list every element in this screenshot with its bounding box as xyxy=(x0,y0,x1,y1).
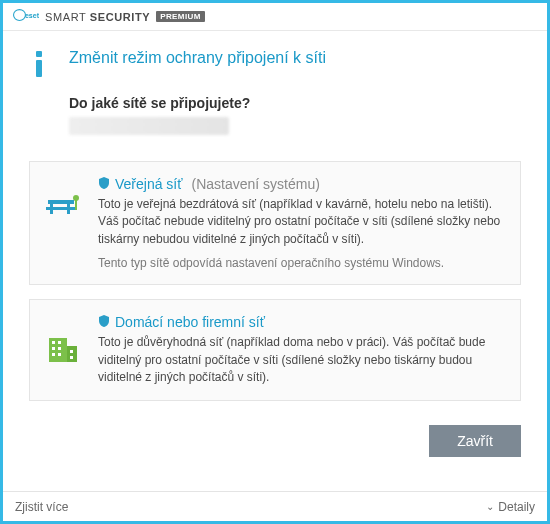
details-label: Detaily xyxy=(498,500,535,514)
option-public-title: Veřejná síť xyxy=(115,176,183,192)
question-heading: Do jaké sítě se připojujete? xyxy=(69,95,521,111)
bench-icon xyxy=(44,176,84,270)
svg-text:eset: eset xyxy=(25,11,39,18)
option-home-desc: Toto je důvěryhodná síť (například doma … xyxy=(98,334,502,386)
svg-rect-2 xyxy=(36,51,42,57)
brand-text: SMART SECURITY xyxy=(45,11,150,23)
svg-rect-17 xyxy=(58,353,61,356)
svg-rect-7 xyxy=(46,207,76,210)
option-public-note: Tento typ sítě odpovídá nastavení operač… xyxy=(98,256,502,270)
svg-rect-19 xyxy=(70,356,73,359)
network-name-redacted xyxy=(69,117,229,135)
svg-rect-15 xyxy=(58,347,61,350)
option-public-subtitle: (Nastavení systému) xyxy=(192,176,320,192)
page-title: Změnit režim ochrany připojení k síti xyxy=(69,49,326,67)
svg-rect-16 xyxy=(52,353,55,356)
svg-rect-12 xyxy=(52,341,55,344)
option-home-title: Domácí nebo firemní síť xyxy=(115,314,265,330)
details-toggle[interactable]: ⌄ Detaily xyxy=(486,500,535,514)
svg-rect-3 xyxy=(36,60,42,77)
option-home-network[interactable]: Domácí nebo firemní síť Toto je důvěryho… xyxy=(29,299,521,401)
info-icon xyxy=(29,49,51,81)
svg-rect-9 xyxy=(75,200,77,210)
svg-rect-14 xyxy=(52,347,55,350)
chevron-down-icon: ⌄ xyxy=(486,501,494,512)
brand-logo: eset xyxy=(13,8,39,26)
option-public-network[interactable]: Veřejná síť (Nastavení systému) Toto je … xyxy=(29,161,521,285)
brand-header: eset SMART SECURITY PREMIUM xyxy=(3,3,547,31)
svg-rect-13 xyxy=(58,341,61,344)
shield-icon xyxy=(98,176,110,192)
building-icon xyxy=(44,314,84,386)
svg-rect-11 xyxy=(67,346,77,362)
close-button[interactable]: Zavřít xyxy=(429,425,521,457)
svg-rect-4 xyxy=(48,200,74,204)
footer-bar: Zjistit více ⌄ Detaily xyxy=(3,491,547,521)
learn-more-link[interactable]: Zjistit více xyxy=(15,500,68,514)
option-public-desc: Toto je veřejná bezdrátová síť (napříkla… xyxy=(98,196,502,248)
svg-point-0 xyxy=(14,9,26,20)
shield-icon xyxy=(98,314,110,330)
svg-rect-18 xyxy=(70,350,73,353)
premium-badge: PREMIUM xyxy=(156,11,205,22)
